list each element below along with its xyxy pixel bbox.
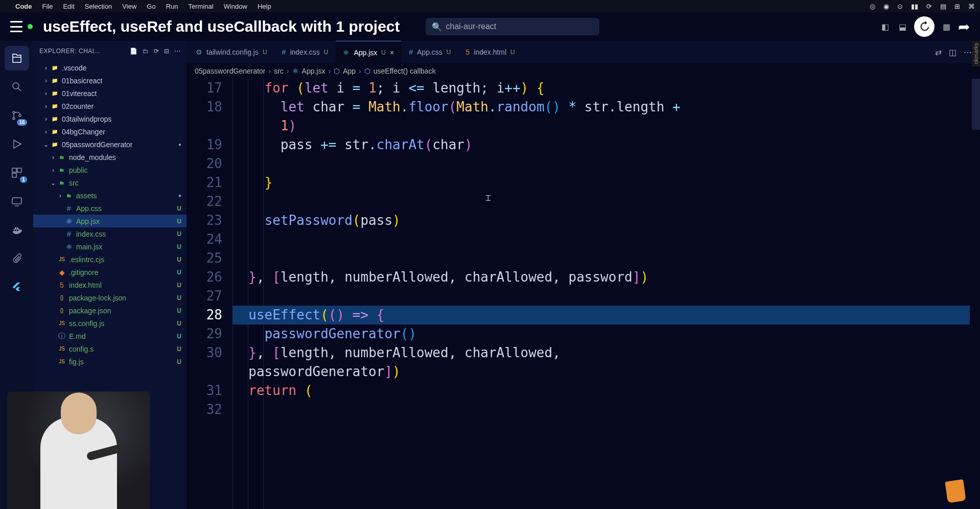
tree-item[interactable]: {}package-lock.jsonU (33, 291, 186, 304)
breadcrumb-part[interactable]: useEffect() callback (374, 67, 436, 75)
chevron-icon[interactable]: ⌄ (42, 141, 50, 148)
code-editor[interactable]: 17181920212223242526272829303132 for (le… (186, 79, 980, 509)
chevron-icon[interactable]: › (42, 115, 50, 123)
layout-icon[interactable]: ▦ (941, 21, 952, 32)
chevron-icon[interactable]: › (42, 64, 50, 72)
editor-tab[interactable]: ⚛App.jsxU× (336, 41, 402, 63)
editor-tab[interactable]: #App.cssU (402, 41, 458, 63)
status-icon[interactable]: ⊞ (954, 3, 960, 10)
code-line[interactable]: }, [length, numberAllowed, charAllowed, (232, 343, 980, 362)
share-icon[interactable]: ➦ (958, 18, 970, 35)
breadcrumb-part[interactable]: 05passwordGenerator (195, 67, 266, 75)
editor-tab[interactable]: #index.cssU (275, 41, 336, 63)
editor-tab[interactable]: 5index.htmlU (459, 41, 523, 63)
tree-item[interactable]: ◆.gitignoreU (33, 266, 186, 279)
menu-view[interactable]: View (122, 3, 136, 10)
tree-item[interactable]: ›📁04bgChanger (33, 125, 186, 138)
breadcrumb-part[interactable]: src (274, 67, 284, 75)
tree-item[interactable]: JSss.config.jsU (33, 317, 186, 330)
bookmarks-tab[interactable]: okmarks (972, 41, 980, 66)
tree-item[interactable]: #App.cssU (33, 202, 186, 215)
chevron-icon[interactable]: ⌄ (50, 179, 57, 187)
wifi-icon[interactable]: ⟳ (926, 3, 932, 10)
code-line[interactable]: passwordGenerator]) (232, 362, 980, 381)
menu-go[interactable]: Go (147, 3, 155, 10)
tree-item[interactable]: JSfig.jsU (33, 355, 186, 368)
activity-flutter-icon[interactable] (5, 275, 29, 299)
refresh-icon[interactable]: ⟳ (154, 48, 159, 55)
code-line[interactable]: let char = Math.floor(Math.random() * st… (232, 98, 980, 117)
tree-item[interactable]: ›📁02counter (33, 100, 186, 112)
activity-search[interactable] (5, 75, 29, 99)
new-folder-icon[interactable]: 🗀 (143, 48, 149, 55)
tree-item[interactable]: #index.cssU (33, 227, 186, 240)
new-file-icon[interactable]: 📄 (130, 48, 137, 55)
code-line[interactable]: 1) (232, 117, 980, 135)
activity-remote[interactable] (5, 189, 29, 214)
tree-item[interactable]: JS.eslintrc.cjsU (33, 253, 186, 266)
status-icon[interactable]: ▤ (940, 3, 946, 10)
chevron-icon[interactable]: › (57, 192, 64, 199)
menu-app[interactable]: Code (15, 3, 32, 10)
history-button[interactable] (914, 16, 935, 37)
split-editor-icon[interactable]: ◫ (949, 48, 956, 57)
chevron-icon[interactable]: › (50, 154, 57, 161)
code-line[interactable] (232, 154, 980, 173)
tree-item[interactable]: ›📁01basicreact (33, 74, 186, 87)
tree-item[interactable]: ›📁03tailwindprops (33, 112, 186, 125)
menu-edit[interactable]: Edit (63, 3, 74, 10)
tree-item[interactable]: {}package.jsonU (33, 304, 186, 317)
tree-item[interactable]: 5index.htmlU (33, 279, 186, 291)
code-line[interactable]: return ( (232, 381, 980, 400)
chevron-icon[interactable]: › (42, 103, 50, 110)
status-icon[interactable]: ⊙ (897, 3, 903, 10)
activity-extensions[interactable]: 1 (5, 160, 29, 185)
code-line[interactable]: } (232, 173, 980, 192)
tree-item[interactable]: ›🖿assets (33, 189, 186, 202)
breadcrumb-part[interactable]: App (343, 67, 356, 75)
code-line[interactable]: setPassword(pass) (232, 211, 980, 230)
code-line[interactable] (232, 287, 980, 306)
activity-docker[interactable] (5, 218, 29, 242)
tree-item[interactable]: ⌄📁05passwordGenerator (33, 138, 186, 151)
code-line[interactable]: passwordGenerator() (232, 325, 980, 343)
status-icon[interactable]: ◉ (883, 3, 889, 10)
command-center-search[interactable]: 🔍 chai-aur-react (426, 18, 599, 35)
compare-icon[interactable]: ⇄ (935, 48, 942, 57)
code-content[interactable]: for (let i = 1; i <= length; i++) { let … (232, 79, 980, 509)
minimap[interactable] (972, 79, 980, 181)
menu-file[interactable]: File (42, 3, 53, 10)
tree-item[interactable]: ›📁01vitereact (33, 87, 186, 100)
tree-item[interactable]: ›🖿public (33, 164, 186, 176)
editor-tab[interactable]: ⚙tailwind.config.jsU (189, 41, 275, 63)
status-icon[interactable]: ▮▮ (911, 3, 918, 10)
menu-terminal[interactable]: Terminal (189, 3, 214, 10)
activity-explorer[interactable] (5, 46, 29, 71)
more-icon[interactable]: ⋯ (174, 48, 180, 55)
menu-window[interactable]: Window (224, 3, 247, 10)
activity-attach-icon[interactable] (5, 246, 29, 271)
tree-item[interactable]: ⚛App.jsxU (33, 215, 186, 227)
menu-selection[interactable]: Selection (85, 3, 112, 10)
code-line[interactable] (232, 230, 980, 249)
tree-item[interactable]: ›🖿node_modules (33, 151, 186, 164)
tree-item[interactable]: ›📁.vscode (33, 61, 186, 74)
collapse-icon[interactable]: ⊟ (164, 48, 169, 55)
tree-item[interactable]: JSconfig.sU (33, 342, 186, 355)
more-icon[interactable]: ⋯ (964, 48, 972, 57)
code-line[interactable]: }, [length, numberAllowed, charAllowed, … (232, 268, 980, 287)
tree-item[interactable]: ⌄🖿src (33, 176, 186, 189)
code-line[interactable]: pass += str.charAt(char) (232, 135, 980, 154)
breadcrumb-part[interactable]: App.jsx (302, 67, 325, 75)
menu-run[interactable]: Run (166, 3, 178, 10)
close-icon[interactable]: × (390, 49, 394, 57)
status-icon[interactable]: ◎ (870, 3, 875, 10)
menu-help[interactable]: Help (258, 3, 271, 10)
panel-bottom-icon[interactable]: ⬓ (897, 21, 908, 32)
activity-run-debug[interactable] (5, 132, 29, 156)
activity-source-control[interactable]: 16 (5, 103, 29, 128)
hamburger-icon[interactable] (10, 21, 22, 32)
chevron-icon[interactable]: › (42, 90, 50, 97)
code-line[interactable]: for (let i = 1; i <= length; i++) { (232, 79, 980, 98)
chevron-icon[interactable]: › (50, 167, 57, 174)
